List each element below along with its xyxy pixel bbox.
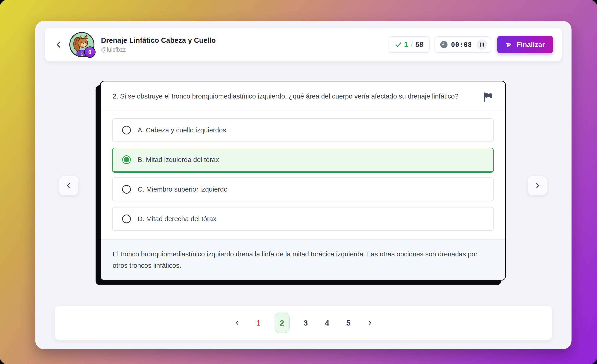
avatar: Σ 6 xyxy=(69,32,95,57)
question-text: 2. Si se obstruye el tronco bronquiomedi… xyxy=(113,91,476,103)
back-button[interactable] xyxy=(54,40,64,50)
send-icon xyxy=(505,41,513,48)
quiz-author: @luisfbzz xyxy=(101,47,216,53)
svg-text:Σ: Σ xyxy=(81,52,84,57)
next-question-button[interactable] xyxy=(528,176,547,195)
chevron-left-icon xyxy=(55,40,63,49)
clock-icon xyxy=(440,41,448,48)
flag-button[interactable] xyxy=(483,91,493,103)
quiz-app-window: Σ 6 Drenaje Linfático Cabeza y Cuello xyxy=(35,21,572,349)
previous-page-button[interactable] xyxy=(232,318,242,328)
chevron-left-icon xyxy=(234,319,241,326)
next-page-button[interactable] xyxy=(365,318,375,328)
question-card: 2. Si se obstruye el tronco bronquiomedi… xyxy=(100,81,506,280)
finish-button[interactable]: Finalizar xyxy=(497,36,553,53)
chevron-left-icon xyxy=(65,182,73,190)
pause-icon xyxy=(480,43,481,47)
radio-unchecked-icon xyxy=(122,185,131,194)
quiz-title: Drenaje Linfático Cabeza y Cuello xyxy=(101,36,216,45)
previous-question-button[interactable] xyxy=(59,176,78,195)
option-label: C. Miembro superior izquierdo xyxy=(138,185,228,193)
radio-unchecked-icon xyxy=(122,126,131,135)
option-label: D. Mitad derecha del tórax xyxy=(138,215,216,223)
option-label: A. Cabeza y cuello izquierdos xyxy=(138,126,226,134)
radio-checked-icon xyxy=(122,155,131,164)
explanation-panel: El tronco bronquiomediastínico izquierdo… xyxy=(101,239,505,280)
page-4-button[interactable]: 4 xyxy=(322,318,332,328)
pagination-bar: 1 2 3 4 5 xyxy=(55,306,552,340)
finish-button-label: Finalizar xyxy=(517,41,545,48)
page-5-button[interactable]: 5 xyxy=(343,318,354,328)
check-icon xyxy=(395,41,402,48)
progress-total-count: 58 xyxy=(416,40,423,49)
header-bar: Σ 6 Drenaje Linfático Cabeza y Cuello xyxy=(45,28,562,61)
chevron-right-icon xyxy=(534,182,541,190)
page-2-button-current[interactable]: 2 xyxy=(275,313,290,333)
option-c[interactable]: C. Miembro superior izquierdo xyxy=(112,177,494,201)
page-1-button[interactable]: 1 xyxy=(253,318,264,328)
page-3-button[interactable]: 3 xyxy=(300,318,311,328)
option-b-selected[interactable]: B. Mitad izquierda del tórax xyxy=(112,148,494,172)
option-label: B. Mitad izquierda del tórax xyxy=(138,156,219,164)
timer-badge: 00:08 xyxy=(435,36,491,53)
option-a[interactable]: A. Cabeza y cuello izquierdos xyxy=(112,118,494,142)
screen-background: Σ 6 Drenaje Linfático Cabeza y Cuello xyxy=(0,0,597,364)
radio-unchecked-icon xyxy=(122,214,131,223)
timer-value: 00:08 xyxy=(451,41,472,48)
progress-badge: 1 / 58 xyxy=(389,36,430,53)
explanation-text: El tronco bronquiomediastínico izquierdo… xyxy=(113,248,493,271)
pause-button[interactable] xyxy=(477,39,487,50)
chevron-right-icon xyxy=(366,319,373,326)
level-badge: 6 xyxy=(84,47,95,58)
flag-icon xyxy=(483,92,493,102)
progress-correct-count: 1 xyxy=(404,40,408,49)
options-list: A. Cabeza y cuello izquierdos B. Mitad i… xyxy=(101,111,505,239)
progress-separator: / xyxy=(410,40,413,49)
option-d[interactable]: D. Mitad derecha del tórax xyxy=(112,207,494,231)
